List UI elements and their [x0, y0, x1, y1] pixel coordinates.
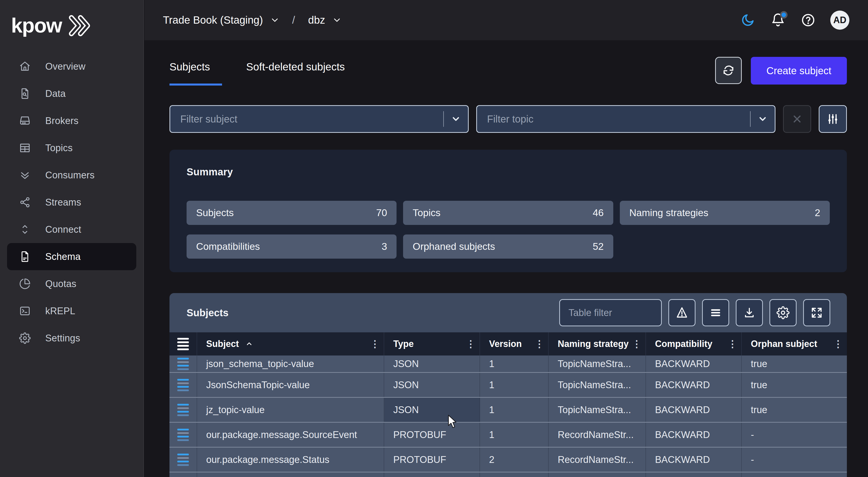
- grip-icon: [177, 338, 189, 350]
- cell-compatibility: BACKWARD: [646, 373, 742, 397]
- sidebar-item-overview[interactable]: Overview: [7, 53, 136, 80]
- stat-topics: Topics 46: [403, 201, 613, 225]
- row-drag-handle[interactable]: [169, 423, 197, 447]
- row-drag-handle[interactable]: [169, 373, 197, 397]
- tab-soft-deleted-subjects[interactable]: Soft-deleted subjects: [246, 57, 346, 86]
- unfold-icon: [19, 223, 31, 235]
- column-header-type[interactable]: Type ⋮: [384, 332, 480, 356]
- table-panel-header: Subjects: [169, 293, 847, 332]
- clear-filters-button[interactable]: [783, 105, 811, 133]
- cluster-selector[interactable]: dbz: [308, 14, 341, 26]
- file-text-icon: [19, 251, 31, 262]
- sidebar-item-label: Schema: [45, 251, 81, 262]
- sidebar-item-label: Overview: [45, 61, 86, 72]
- column-menu-icon[interactable]: ⋮: [466, 339, 475, 349]
- refresh-button[interactable]: [715, 57, 742, 84]
- row-drag-handle[interactable]: [169, 448, 197, 472]
- column-menu-icon[interactable]: ⋮: [370, 339, 380, 349]
- cell-naming-strategy: TopicNameStra...: [549, 373, 646, 397]
- sidebar-item-topics[interactable]: Topics: [7, 135, 136, 161]
- filter-subject-input[interactable]: [170, 106, 443, 132]
- column-label: Version: [489, 339, 522, 349]
- column-header-version[interactable]: Version ⋮: [480, 332, 549, 356]
- advanced-filters-button[interactable]: [819, 105, 847, 133]
- sidebar-item-schema[interactable]: Schema: [7, 243, 136, 270]
- cell-orphan-subject: -: [742, 423, 847, 447]
- cell-type: PROTOBUF: [384, 423, 480, 447]
- topbar-actions: AD: [740, 10, 849, 30]
- sidebar-item-brokers[interactable]: Brokers: [7, 107, 136, 135]
- column-menu-icon[interactable]: ⋮: [833, 339, 843, 349]
- sidebar-item-connect[interactable]: Connect: [7, 216, 136, 243]
- sidebar-item-quotas[interactable]: Quotas: [7, 270, 136, 297]
- tabs-row: Subjects Soft-deleted subjects Create su…: [169, 57, 847, 86]
- environment-selector[interactable]: Trade Book (Staging): [163, 14, 279, 26]
- filter-row: [169, 105, 847, 133]
- table-row-partial[interactable]: [169, 473, 847, 477]
- sidebar-item-data[interactable]: Data: [7, 80, 136, 107]
- table-row[interactable]: json_schema_topic-value JSON 1 TopicName…: [169, 356, 847, 373]
- grip-icon: [177, 429, 189, 441]
- column-header-subject[interactable]: Subject ⋮: [197, 332, 384, 356]
- table-fullscreen-button[interactable]: [803, 299, 830, 326]
- column-header-naming-strategy[interactable]: Naming strategy ⋮: [549, 332, 646, 356]
- summary-card: Summary Subjects 70 Topics 46 Naming str…: [169, 150, 847, 272]
- filter-subject-select: [169, 105, 469, 133]
- hard-drive-icon: [19, 115, 31, 126]
- column-menu-icon[interactable]: ⋮: [728, 339, 737, 349]
- sidebar-item-streams[interactable]: Streams: [7, 189, 136, 216]
- column-menu-icon[interactable]: ⋮: [632, 339, 642, 349]
- table-filter-input[interactable]: [559, 299, 662, 326]
- subjects-table-panel: Subjects: [169, 293, 847, 477]
- cell-subject: JsonSchemaTopic-value: [197, 373, 384, 397]
- sidebar-item-label: Connect: [45, 224, 81, 235]
- table-download-button[interactable]: [736, 299, 763, 326]
- table-columns-button[interactable]: [702, 299, 729, 326]
- moon-icon: [741, 13, 755, 27]
- share-icon: [19, 197, 31, 208]
- tab-subjects[interactable]: Subjects: [169, 57, 222, 86]
- sidebar-item-krepl[interactable]: kREPL: [7, 297, 136, 325]
- help-icon: [801, 13, 815, 27]
- grip-icon: [177, 379, 189, 391]
- filter-subject-dropdown[interactable]: [444, 114, 468, 124]
- table-header-row: Subject ⋮ Type ⋮ Version ⋮ Naming strate…: [169, 332, 847, 356]
- column-header-compatibility[interactable]: Compatibility ⋮: [646, 332, 742, 356]
- table-row[interactable]: jz_topic-value JSON 1 TopicNameStra... B…: [169, 398, 847, 423]
- topbar: Trade Book (Staging) / dbz AD: [144, 0, 868, 40]
- sidebar-item-consumers[interactable]: Consumers: [7, 161, 136, 189]
- stat-value: 52: [593, 241, 603, 252]
- table-warnings-button[interactable]: [668, 299, 695, 326]
- create-subject-button[interactable]: Create subject: [751, 57, 847, 85]
- stat-value: 46: [593, 207, 603, 218]
- column-menu-icon[interactable]: ⋮: [534, 339, 544, 349]
- notifications-button[interactable]: [770, 12, 786, 28]
- sort-ascending-icon: [245, 340, 253, 348]
- cell-version: 1: [480, 373, 549, 397]
- dark-mode-toggle[interactable]: [740, 12, 756, 28]
- avatar[interactable]: AD: [830, 10, 849, 30]
- tabs: Subjects Soft-deleted subjects: [169, 57, 346, 86]
- row-drag-handle[interactable]: [169, 356, 197, 372]
- table-row[interactable]: our.package.message.Status PROTOBUF 2 Re…: [169, 448, 847, 473]
- sidebar-item-settings[interactable]: Settings: [7, 325, 136, 352]
- row-drag-handle[interactable]: [169, 398, 197, 422]
- column-label: Naming strategy: [558, 339, 629, 349]
- table-settings-button[interactable]: [769, 299, 797, 326]
- expand-icon: [810, 306, 823, 319]
- kpow-logo[interactable]: kpow: [0, 0, 143, 38]
- cluster-name: dbz: [308, 14, 325, 26]
- table-row[interactable]: our.package.message.SourceEvent PROTOBUF…: [169, 423, 847, 448]
- column-header-orphan-subject[interactable]: Orphan subject ⋮: [742, 332, 847, 356]
- filter-topic-dropdown[interactable]: [751, 114, 775, 124]
- filter-topic-input[interactable]: [477, 106, 750, 132]
- cell-subject: json_schema_topic-value: [197, 356, 384, 372]
- cell-compatibility: BACKWARD: [646, 398, 742, 422]
- cell-version: 1: [480, 423, 549, 447]
- stat-value: 3: [382, 241, 387, 252]
- table-row[interactable]: JsonSchemaTopic-value JSON 1 TopicNameSt…: [169, 373, 847, 398]
- table-drag-column-header[interactable]: [169, 332, 197, 356]
- stat-label: Orphaned subjects: [413, 241, 495, 252]
- help-button[interactable]: [800, 12, 816, 28]
- filter-topic-select: [476, 105, 775, 133]
